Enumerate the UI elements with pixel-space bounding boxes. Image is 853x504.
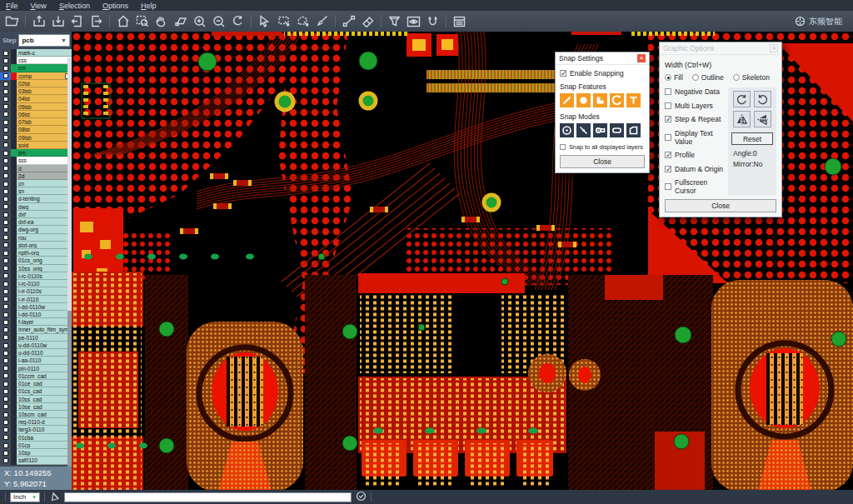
layer-row[interactable]: 09lsb [0, 134, 72, 142]
layer-row[interactable]: 02lst [0, 80, 72, 87]
layer-name[interactable]: targ3-0110 [17, 426, 72, 433]
layer-name[interactable]: inner_auto_film_symb [17, 326, 72, 333]
snap-all-layers-checkbox[interactable]: Snap to all displayed layers [560, 143, 645, 151]
snap-dialog-titlebar[interactable]: Snap Settings × [556, 52, 649, 65]
layer-name[interactable]: u-dd-0110w [17, 342, 72, 349]
filter-funnel-icon[interactable] [385, 12, 404, 31]
layer-visibility-checkbox[interactable] [0, 380, 11, 387]
snap-magnet-icon[interactable] [423, 12, 442, 31]
snap-close-button[interactable]: Close [560, 155, 645, 168]
layer-name[interactable]: 08lst [17, 126, 72, 133]
layer-name[interactable]: 05lsb [17, 103, 72, 111]
close-icon[interactable]: × [770, 44, 778, 52]
width-mode-radio[interactable]: Fill [665, 73, 683, 82]
width-mode-radio[interactable]: Skeleton [733, 73, 770, 82]
layer-visibility-checkbox[interactable] [0, 426, 11, 433]
layer-visibility-checkbox[interactable] [0, 64, 11, 72]
layer-visibility-checkbox[interactable] [0, 57, 11, 64]
layer-row[interactable]: dwg-org [0, 226, 72, 233]
layer-name[interactable]: 10se_cad [17, 403, 72, 411]
layer-row[interactable]: 01ce_cad [0, 380, 72, 387]
layer-visibility-checkbox[interactable] [0, 396, 11, 403]
layer-row[interactable]: pe-0110 [0, 334, 72, 342]
layer-name[interactable]: 09lsb [17, 134, 72, 142]
layer-row[interactable]: dxf-ea [0, 218, 72, 226]
layer-row[interactable]: 10se_cad [0, 403, 72, 411]
layer-name[interactable]: i-rr-0110 [17, 296, 72, 303]
layer-row[interactable]: d [0, 165, 72, 172]
layer-name[interactable]: sn [17, 187, 72, 195]
layer-visibility-checkbox[interactable] [0, 87, 11, 95]
graphic-option-checkbox[interactable]: Display Text Value [665, 129, 725, 146]
layer-visibility-checkbox[interactable] [0, 403, 11, 411]
layer-row[interactable]: i-dd-0110 [0, 311, 72, 318]
graphic-dialog-titlebar[interactable]: Graphic Options × [660, 42, 781, 55]
menu-item[interactable]: Options [102, 2, 128, 10]
layer-row[interactable]: sss [0, 157, 72, 164]
layer-name[interactable]: f-layer [17, 318, 72, 326]
home-view-icon[interactable] [113, 12, 132, 31]
select-arrow-icon[interactable] [255, 12, 274, 31]
export-file-icon[interactable] [48, 12, 67, 31]
layer-visibility-checkbox[interactable] [0, 318, 11, 326]
layer-name[interactable]: sm [17, 149, 72, 157]
layer-name[interactable]: 2d [17, 172, 72, 180]
rotate-cw-icon[interactable] [733, 91, 751, 107]
layer-row[interactable]: 2d [0, 172, 72, 180]
layer-name[interactable]: 10ss_cad [17, 396, 72, 403]
snap-feature-arc-button[interactable] [610, 93, 624, 107]
layer-row[interactable]: i-rc-0110s [0, 272, 72, 280]
layer-name[interactable]: sss [17, 157, 72, 164]
layer-name[interactable]: cn [17, 180, 72, 187]
layer-name[interactable]: pin-0110 [17, 365, 72, 372]
layer-name[interactable]: 01ccm_cad [17, 372, 72, 380]
layer-visibility-checkbox[interactable] [0, 296, 11, 303]
reset-button[interactable]: Reset [731, 132, 773, 145]
layer-name[interactable]: i-dd-0110 [17, 311, 72, 318]
layer-visibility-checkbox[interactable] [0, 334, 11, 342]
menu-item[interactable]: File [6, 2, 18, 10]
unit-select[interactable]: Inch▼ [10, 492, 40, 502]
graphic-option-checkbox[interactable]: Profile [665, 151, 725, 159]
layer-name[interactable]: 01cs_orig [17, 257, 72, 264]
rotate-ccw-icon[interactable] [754, 91, 771, 107]
layer-name[interactable]: i-dd-0110w [17, 303, 72, 311]
layer-row[interactable]: 05lsb [0, 103, 72, 111]
layer-row[interactable]: 03lsb [0, 87, 72, 95]
layer-visibility-checkbox[interactable] [0, 280, 11, 287]
layer-row[interactable]: f-layer [0, 318, 72, 326]
layer-row[interactable]: d-tenting [0, 195, 72, 202]
layer-visibility-checkbox[interactable] [0, 118, 11, 126]
page-icon[interactable] [49, 490, 60, 504]
zoom-previous-icon[interactable] [228, 12, 247, 31]
command-input[interactable] [64, 492, 352, 502]
close-icon[interactable]: × [637, 54, 646, 62]
layer-name[interactable]: 03lsb [17, 87, 72, 95]
layer-visibility-checkbox[interactable] [0, 449, 11, 457]
layer-visibility-checkbox[interactable] [0, 180, 11, 187]
layer-row[interactable]: pin-0110 [0, 365, 72, 372]
layer-row[interactable]: 06lst [0, 111, 72, 118]
layer-visibility-checkbox[interactable] [0, 434, 11, 442]
pcb-viewport[interactable]: Snap Settings × Enable Snapping Snap Fea… [72, 32, 853, 490]
layer-row[interactable]: 01ccm_cad [0, 372, 72, 380]
layer-row[interactable]: dxf [0, 211, 72, 218]
layer-row[interactable]: dwg [0, 203, 72, 211]
zoom-in-icon[interactable] [190, 12, 209, 31]
layer-row[interactable]: inner_auto_film_symb [0, 326, 72, 333]
layer-row[interactable]: 01cs_orig [0, 257, 72, 264]
layer-visibility-checkbox[interactable] [0, 211, 11, 218]
layer-visibility-checkbox[interactable] [0, 157, 11, 164]
layer-name[interactable]: dxf-ea [17, 218, 72, 226]
pan-hand-icon[interactable] [152, 12, 171, 31]
layer-visibility-checkbox[interactable] [0, 303, 11, 311]
select-polygon-icon[interactable] [293, 12, 312, 31]
layer-row[interactable]: cn [0, 180, 72, 187]
layer-row[interactable]: cm [0, 64, 72, 72]
menu-item[interactable]: View [31, 2, 47, 10]
layer-visibility-checkbox[interactable] [0, 218, 11, 226]
layer-name[interactable]: 01cp [17, 442, 72, 449]
graphic-option-checkbox[interactable]: Multi Layers [665, 102, 725, 110]
mirror-vertical-icon[interactable] [754, 111, 771, 127]
layer-name[interactable]: 01cba [17, 434, 72, 442]
